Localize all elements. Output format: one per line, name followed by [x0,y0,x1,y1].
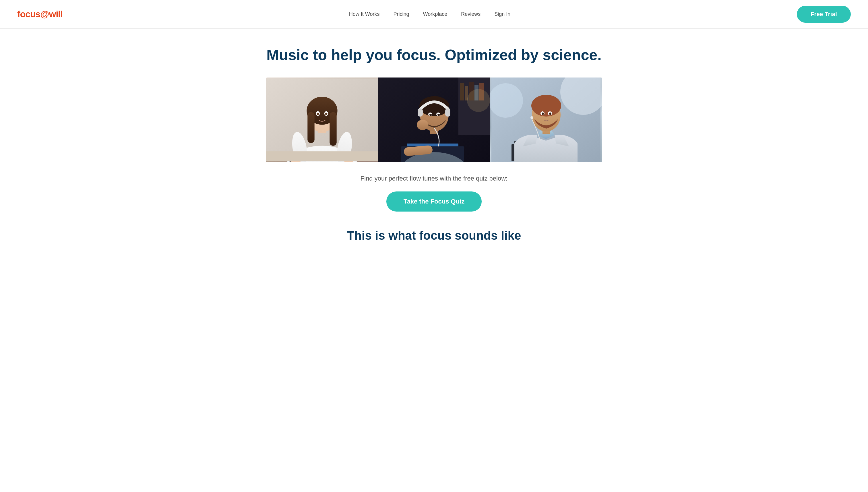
hero-image-blazer [490,77,602,162]
svg-point-39 [417,120,428,130]
hero-image-woman [266,77,378,162]
svg-point-52 [530,116,533,119]
svg-point-51 [549,113,551,115]
quiz-button[interactable]: Take the Focus Quiz [386,192,482,212]
header: focus@will How It Works Pricing Workplac… [0,0,868,29]
svg-rect-17 [266,152,378,161]
svg-rect-34 [445,108,450,117]
nav-workplace[interactable]: Workplace [423,11,447,17]
logo[interactable]: focus@will [17,9,63,20]
main-nav: How It Works Pricing Workplace Reviews S… [349,11,511,17]
svg-point-38 [438,114,440,116]
hero-section: Music to help you focus. Optimized by sc… [0,29,868,254]
svg-rect-26 [407,144,458,146]
svg-point-16 [325,113,327,115]
nav-sign-in[interactable]: Sign In [494,11,510,17]
svg-point-47 [531,95,561,117]
nav-how-it-works[interactable]: How It Works [349,11,380,17]
svg-point-25 [467,89,490,112]
free-trial-button[interactable]: Free Trial [797,6,851,23]
svg-point-37 [429,114,432,116]
svg-rect-12 [329,112,337,146]
svg-rect-33 [418,108,423,117]
svg-point-41 [490,83,523,118]
hero-image-headphones [378,77,490,162]
hero-subtitle: Find your perfect flow tunes with the fr… [361,175,507,182]
svg-rect-11 [307,112,314,143]
nav-pricing[interactable]: Pricing [394,11,409,17]
nav-reviews[interactable]: Reviews [461,11,480,17]
svg-rect-20 [460,83,464,100]
hero-images [266,77,602,162]
focus-sounds-title: This is what focus sounds like [347,229,521,243]
svg-point-50 [542,113,544,115]
svg-point-15 [317,113,319,115]
hero-title: Music to help you focus. Optimized by sc… [266,46,601,64]
